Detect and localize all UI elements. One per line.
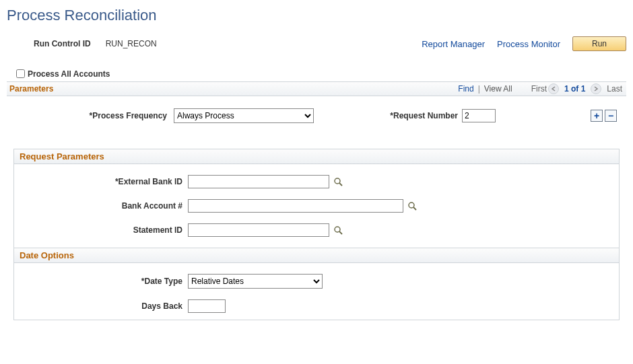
page-title: Process Reconciliation xyxy=(7,7,626,24)
first-label: First xyxy=(531,84,547,94)
parameters-bar: Parameters Find | View All First 1 of 1 … xyxy=(7,81,626,96)
svg-line-5 xyxy=(339,231,342,234)
date-type-row: *Date Type Relative Dates xyxy=(14,274,619,289)
delete-row-icon[interactable]: − xyxy=(605,110,617,122)
external-bank-label: *External Bank ID xyxy=(14,177,188,186)
process-frequency-select[interactable]: Always Process xyxy=(174,108,314,123)
report-manager-link[interactable]: Report Manager xyxy=(422,39,485,49)
request-number-input[interactable] xyxy=(462,109,496,122)
parameters-title: Parameters xyxy=(9,84,458,94)
run-control-row: Run Control ID RUN_RECON Report Manager … xyxy=(34,36,626,51)
svg-point-0 xyxy=(335,178,340,184)
svg-line-3 xyxy=(413,207,416,210)
bank-account-row: Bank Account # xyxy=(14,199,619,213)
date-type-label: *Date Type xyxy=(14,277,188,286)
date-options-title: Date Options xyxy=(14,248,619,263)
request-parameters-title: Request Parameters xyxy=(14,149,619,164)
request-parameters-section: Request Parameters *External Bank ID Ban… xyxy=(13,149,620,320)
days-back-row: Days Back xyxy=(14,299,619,313)
separator: | xyxy=(478,84,480,94)
process-frequency-label: *Process Frequency xyxy=(7,111,174,120)
svg-point-2 xyxy=(409,203,414,208)
process-all-label: Process All Accounts xyxy=(28,69,110,79)
lookup-icon[interactable] xyxy=(332,176,344,188)
external-bank-input[interactable] xyxy=(188,175,329,188)
date-type-select[interactable]: Relative Dates xyxy=(188,274,323,289)
last-label: Last xyxy=(607,84,622,94)
bank-account-label: Bank Account # xyxy=(14,201,188,211)
process-all-row: Process All Accounts xyxy=(13,67,626,80)
bank-account-input[interactable] xyxy=(188,199,403,213)
statement-id-label: Statement ID xyxy=(14,225,188,235)
lookup-icon[interactable] xyxy=(332,224,344,236)
run-control-label: Run Control ID xyxy=(34,39,91,48)
process-monitor-link[interactable]: Process Monitor xyxy=(497,39,560,49)
svg-line-1 xyxy=(339,183,342,186)
frequency-row: *Process Frequency Always Process *Reque… xyxy=(7,108,626,123)
run-button[interactable]: Run xyxy=(572,36,626,51)
statement-id-row: Statement ID xyxy=(14,223,619,237)
statement-id-input[interactable] xyxy=(188,223,329,237)
lookup-icon[interactable] xyxy=(406,200,418,212)
days-back-label: Days Back xyxy=(14,301,188,311)
prev-icon[interactable] xyxy=(548,83,559,94)
days-back-input[interactable] xyxy=(188,299,226,313)
request-number-label: *Request Number xyxy=(374,111,462,120)
add-row-icon[interactable]: + xyxy=(591,110,603,122)
run-control-value: RUN_RECON xyxy=(106,39,157,48)
find-link[interactable]: Find xyxy=(458,84,473,94)
next-icon[interactable] xyxy=(591,83,601,94)
view-all-link[interactable]: View All xyxy=(484,84,512,94)
svg-point-4 xyxy=(335,227,340,232)
external-bank-row: *External Bank ID xyxy=(14,175,619,188)
process-all-checkbox[interactable] xyxy=(16,69,25,78)
record-counter: 1 of 1 xyxy=(564,84,585,94)
